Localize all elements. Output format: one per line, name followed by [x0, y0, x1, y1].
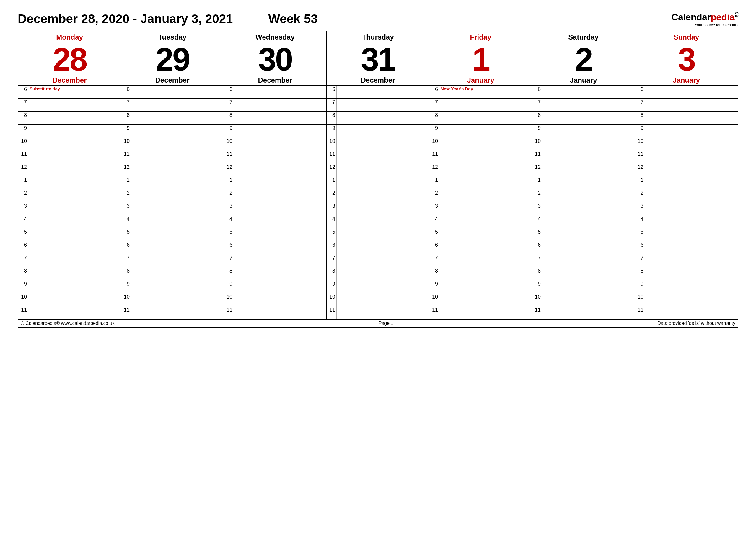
hour-cell[interactable]	[439, 216, 532, 228]
hour-cell[interactable]	[542, 112, 635, 124]
hour-cell[interactable]	[131, 254, 224, 267]
hour-cell[interactable]	[337, 254, 429, 267]
hour-cell[interactable]	[645, 293, 738, 306]
hour-cell[interactable]	[28, 280, 121, 293]
hour-cell[interactable]	[337, 216, 429, 228]
hour-cell[interactable]	[234, 254, 326, 267]
hour-cell[interactable]	[439, 99, 532, 111]
hour-cell[interactable]	[542, 229, 635, 241]
hour-cell[interactable]	[337, 99, 429, 111]
hour-cell[interactable]	[28, 151, 121, 163]
hour-cell[interactable]: Substitute day	[28, 86, 121, 98]
hour-cell[interactable]	[234, 112, 326, 124]
hour-cell[interactable]	[337, 203, 429, 215]
hour-cell[interactable]	[542, 267, 635, 280]
hour-cell[interactable]	[28, 241, 121, 254]
hour-cell[interactable]	[439, 280, 532, 293]
hour-cell[interactable]	[337, 177, 429, 189]
hour-cell[interactable]	[28, 112, 121, 124]
hour-cell[interactable]	[439, 125, 532, 137]
hour-cell[interactable]	[234, 164, 326, 176]
hour-cell[interactable]	[439, 293, 532, 306]
hour-cell[interactable]	[234, 216, 326, 228]
hour-cell[interactable]	[645, 112, 738, 124]
hour-cell[interactable]	[542, 164, 635, 176]
hour-cell[interactable]	[645, 203, 738, 215]
hour-cell[interactable]	[234, 306, 326, 319]
hour-cell[interactable]	[645, 280, 738, 293]
hour-cell[interactable]	[439, 306, 532, 319]
hour-cell[interactable]	[542, 99, 635, 111]
hour-cell[interactable]	[131, 280, 224, 293]
hour-cell[interactable]	[337, 164, 429, 176]
hour-cell[interactable]	[28, 293, 121, 306]
hour-cell[interactable]	[542, 190, 635, 202]
hour-cell[interactable]	[645, 306, 738, 319]
hour-cell[interactable]	[645, 190, 738, 202]
hour-cell[interactable]	[28, 99, 121, 111]
hour-cell[interactable]	[234, 125, 326, 137]
hour-cell[interactable]	[439, 151, 532, 163]
hour-cell[interactable]	[439, 190, 532, 202]
hour-cell[interactable]	[337, 138, 429, 150]
hour-cell[interactable]	[131, 177, 224, 189]
hour-cell[interactable]	[131, 267, 224, 280]
hour-cell[interactable]	[234, 177, 326, 189]
hour-cell[interactable]	[337, 151, 429, 163]
hour-cell[interactable]	[439, 254, 532, 267]
hour-cell[interactable]	[645, 125, 738, 137]
hour-cell[interactable]	[542, 177, 635, 189]
hour-cell[interactable]	[131, 125, 224, 137]
hour-cell[interactable]	[645, 164, 738, 176]
hour-cell[interactable]	[542, 254, 635, 267]
hour-cell[interactable]	[234, 280, 326, 293]
hour-cell[interactable]	[28, 190, 121, 202]
hour-cell[interactable]	[28, 177, 121, 189]
hour-cell[interactable]	[439, 267, 532, 280]
hour-cell[interactable]	[542, 203, 635, 215]
hour-cell[interactable]	[234, 203, 326, 215]
hour-cell[interactable]	[337, 267, 429, 280]
hour-cell[interactable]	[28, 267, 121, 280]
hour-cell[interactable]	[645, 267, 738, 280]
hour-cell[interactable]	[131, 112, 224, 124]
hour-cell[interactable]	[28, 125, 121, 137]
hour-cell[interactable]	[234, 151, 326, 163]
hour-cell[interactable]	[337, 306, 429, 319]
hour-cell[interactable]	[439, 112, 532, 124]
hour-cell[interactable]	[131, 216, 224, 228]
hour-cell[interactable]	[234, 138, 326, 150]
hour-cell[interactable]	[131, 306, 224, 319]
hour-cell[interactable]	[439, 138, 532, 150]
hour-cell[interactable]	[542, 216, 635, 228]
hour-cell[interactable]	[131, 86, 224, 98]
hour-cell[interactable]	[439, 177, 532, 189]
hour-cell[interactable]	[439, 241, 532, 254]
hour-cell[interactable]	[28, 138, 121, 150]
hour-cell[interactable]	[131, 229, 224, 241]
hour-cell[interactable]	[542, 293, 635, 306]
hour-cell[interactable]	[234, 190, 326, 202]
hour-cell[interactable]	[28, 306, 121, 319]
hour-cell[interactable]	[131, 203, 224, 215]
hour-cell[interactable]	[337, 112, 429, 124]
hour-cell[interactable]	[645, 99, 738, 111]
hour-cell[interactable]	[234, 99, 326, 111]
hour-cell[interactable]	[234, 241, 326, 254]
hour-cell[interactable]	[131, 151, 224, 163]
hour-cell[interactable]	[131, 241, 224, 254]
hour-cell[interactable]	[131, 293, 224, 306]
hour-cell[interactable]	[542, 241, 635, 254]
hour-cell[interactable]	[234, 229, 326, 241]
hour-cell[interactable]	[28, 164, 121, 176]
hour-cell[interactable]	[337, 125, 429, 137]
hour-cell[interactable]	[337, 229, 429, 241]
hour-cell[interactable]	[28, 229, 121, 241]
hour-cell[interactable]	[645, 241, 738, 254]
hour-cell[interactable]	[131, 99, 224, 111]
hour-cell[interactable]	[337, 241, 429, 254]
hour-cell[interactable]	[28, 216, 121, 228]
hour-cell[interactable]	[542, 280, 635, 293]
hour-cell[interactable]	[645, 138, 738, 150]
hour-cell[interactable]	[28, 254, 121, 267]
